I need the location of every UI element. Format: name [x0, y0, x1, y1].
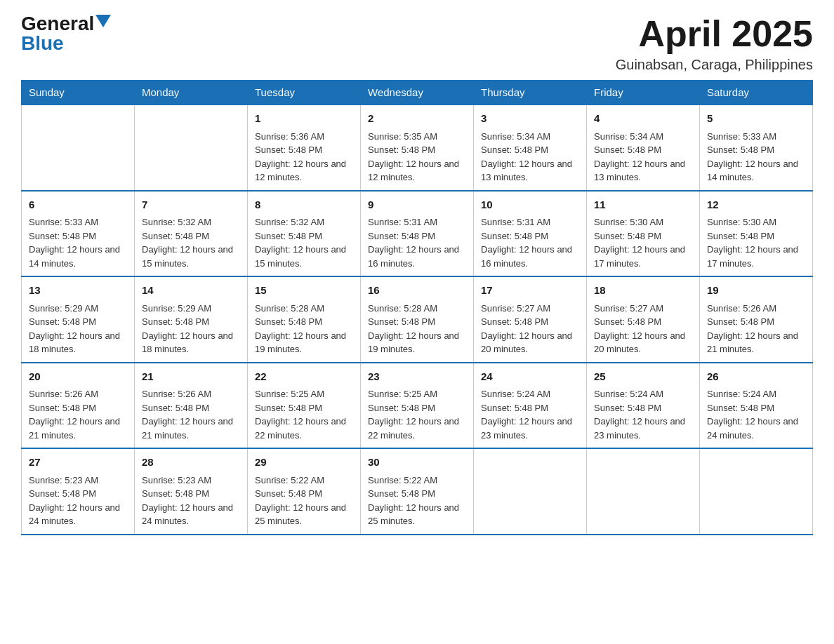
day-number: 30 — [368, 455, 466, 471]
calendar-cell: 27Sunrise: 5:23 AMSunset: 5:48 PMDayligh… — [22, 448, 135, 535]
calendar-cell: 1Sunrise: 5:36 AMSunset: 5:48 PMDaylight… — [248, 105, 361, 191]
title-area: April 2025 Guinabsan, Caraga, Philippine… — [616, 14, 813, 73]
day-detail: Sunrise: 5:29 AMSunset: 5:48 PMDaylight:… — [29, 302, 127, 356]
day-number: 5 — [707, 111, 805, 127]
day-detail: Sunrise: 5:23 AMSunset: 5:48 PMDaylight:… — [29, 474, 127, 528]
col-wednesday: Wednesday — [361, 81, 474, 105]
calendar-cell: 12Sunrise: 5:30 AMSunset: 5:48 PMDayligh… — [700, 191, 813, 277]
calendar-cell: 8Sunrise: 5:32 AMSunset: 5:48 PMDaylight… — [248, 191, 361, 277]
calendar-cell: 28Sunrise: 5:23 AMSunset: 5:48 PMDayligh… — [135, 448, 248, 535]
calendar-cell: 21Sunrise: 5:26 AMSunset: 5:48 PMDayligh… — [135, 363, 248, 449]
calendar-cell: 23Sunrise: 5:25 AMSunset: 5:48 PMDayligh… — [361, 363, 474, 449]
calendar-cell: 7Sunrise: 5:32 AMSunset: 5:48 PMDaylight… — [135, 191, 248, 277]
week-row-2: 6Sunrise: 5:33 AMSunset: 5:48 PMDaylight… — [22, 191, 813, 277]
day-detail: Sunrise: 5:27 AMSunset: 5:48 PMDaylight:… — [594, 302, 692, 356]
day-detail: Sunrise: 5:35 AMSunset: 5:48 PMDaylight:… — [368, 130, 466, 185]
day-detail: Sunrise: 5:28 AMSunset: 5:48 PMDaylight:… — [255, 302, 353, 356]
day-number: 21 — [142, 369, 240, 385]
day-number: 24 — [481, 369, 579, 385]
day-number: 28 — [142, 455, 240, 471]
logo-general-text: General — [21, 14, 94, 34]
day-detail: Sunrise: 5:25 AMSunset: 5:48 PMDaylight:… — [255, 387, 353, 442]
calendar-cell: 3Sunrise: 5:34 AMSunset: 5:48 PMDaylight… — [474, 105, 587, 191]
day-number: 4 — [594, 111, 692, 127]
week-row-4: 20Sunrise: 5:26 AMSunset: 5:48 PMDayligh… — [22, 363, 813, 449]
col-friday: Friday — [587, 81, 700, 105]
day-detail: Sunrise: 5:25 AMSunset: 5:48 PMDaylight:… — [368, 387, 466, 442]
day-detail: Sunrise: 5:30 AMSunset: 5:48 PMDaylight:… — [707, 215, 805, 270]
day-number: 1 — [255, 111, 353, 127]
day-detail: Sunrise: 5:34 AMSunset: 5:48 PMDaylight:… — [481, 130, 579, 185]
day-number: 16 — [368, 283, 466, 299]
calendar-cell: 9Sunrise: 5:31 AMSunset: 5:48 PMDaylight… — [361, 191, 474, 277]
week-row-5: 27Sunrise: 5:23 AMSunset: 5:48 PMDayligh… — [22, 448, 813, 535]
calendar-cell: 26Sunrise: 5:24 AMSunset: 5:48 PMDayligh… — [700, 363, 813, 449]
calendar-cell: 10Sunrise: 5:31 AMSunset: 5:48 PMDayligh… — [474, 191, 587, 277]
calendar-table: Sunday Monday Tuesday Wednesday Thursday… — [21, 80, 813, 535]
day-number: 26 — [707, 369, 805, 385]
calendar-cell: 4Sunrise: 5:34 AMSunset: 5:48 PMDaylight… — [587, 105, 700, 191]
day-number: 27 — [29, 455, 127, 471]
col-monday: Monday — [135, 81, 248, 105]
calendar-cell — [22, 105, 135, 191]
day-number: 20 — [29, 369, 127, 385]
day-detail: Sunrise: 5:23 AMSunset: 5:48 PMDaylight:… — [142, 474, 240, 528]
logo-triangle-icon — [95, 15, 111, 27]
day-number: 15 — [255, 283, 353, 299]
calendar-cell: 5Sunrise: 5:33 AMSunset: 5:48 PMDaylight… — [700, 105, 813, 191]
day-detail: Sunrise: 5:27 AMSunset: 5:48 PMDaylight:… — [481, 302, 579, 356]
location-subtitle: Guinabsan, Caraga, Philippines — [616, 57, 813, 73]
calendar-cell: 20Sunrise: 5:26 AMSunset: 5:48 PMDayligh… — [22, 363, 135, 449]
calendar-cell: 18Sunrise: 5:27 AMSunset: 5:48 PMDayligh… — [587, 276, 700, 363]
calendar-cell: 6Sunrise: 5:33 AMSunset: 5:48 PMDaylight… — [22, 191, 135, 277]
day-detail: Sunrise: 5:22 AMSunset: 5:48 PMDaylight:… — [368, 474, 466, 528]
day-detail: Sunrise: 5:33 AMSunset: 5:48 PMDaylight:… — [707, 130, 805, 185]
calendar-cell: 22Sunrise: 5:25 AMSunset: 5:48 PMDayligh… — [248, 363, 361, 449]
day-number: 22 — [255, 369, 353, 385]
day-detail: Sunrise: 5:28 AMSunset: 5:48 PMDaylight:… — [368, 302, 466, 356]
calendar-cell: 29Sunrise: 5:22 AMSunset: 5:48 PMDayligh… — [248, 448, 361, 535]
day-detail: Sunrise: 5:29 AMSunset: 5:48 PMDaylight:… — [142, 302, 240, 356]
logo: General Blue — [21, 14, 111, 53]
day-number: 25 — [594, 369, 692, 385]
day-number: 18 — [594, 283, 692, 299]
day-number: 7 — [142, 197, 240, 213]
day-detail: Sunrise: 5:34 AMSunset: 5:48 PMDaylight:… — [594, 130, 692, 185]
day-detail: Sunrise: 5:26 AMSunset: 5:48 PMDaylight:… — [142, 387, 240, 442]
calendar-cell — [474, 448, 587, 535]
calendar-cell: 13Sunrise: 5:29 AMSunset: 5:48 PMDayligh… — [22, 276, 135, 363]
col-sunday: Sunday — [22, 81, 135, 105]
calendar-cell: 15Sunrise: 5:28 AMSunset: 5:48 PMDayligh… — [248, 276, 361, 363]
day-detail: Sunrise: 5:30 AMSunset: 5:48 PMDaylight:… — [594, 215, 692, 270]
week-row-3: 13Sunrise: 5:29 AMSunset: 5:48 PMDayligh… — [22, 276, 813, 363]
calendar-cell: 16Sunrise: 5:28 AMSunset: 5:48 PMDayligh… — [361, 276, 474, 363]
calendar-cell: 30Sunrise: 5:22 AMSunset: 5:48 PMDayligh… — [361, 448, 474, 535]
day-detail: Sunrise: 5:32 AMSunset: 5:48 PMDaylight:… — [255, 215, 353, 270]
day-number: 14 — [142, 283, 240, 299]
header: General Blue April 2025 Guinabsan, Carag… — [21, 14, 813, 73]
day-detail: Sunrise: 5:32 AMSunset: 5:48 PMDaylight:… — [142, 215, 240, 270]
week-row-1: 1Sunrise: 5:36 AMSunset: 5:48 PMDaylight… — [22, 105, 813, 191]
day-number: 8 — [255, 197, 353, 213]
day-detail: Sunrise: 5:36 AMSunset: 5:48 PMDaylight:… — [255, 130, 353, 185]
day-detail: Sunrise: 5:24 AMSunset: 5:48 PMDaylight:… — [594, 387, 692, 442]
day-detail: Sunrise: 5:26 AMSunset: 5:48 PMDaylight:… — [707, 302, 805, 356]
day-detail: Sunrise: 5:33 AMSunset: 5:48 PMDaylight:… — [29, 215, 127, 270]
calendar-cell: 24Sunrise: 5:24 AMSunset: 5:48 PMDayligh… — [474, 363, 587, 449]
calendar-cell — [135, 105, 248, 191]
day-detail: Sunrise: 5:31 AMSunset: 5:48 PMDaylight:… — [481, 215, 579, 270]
month-title: April 2025 — [616, 14, 813, 54]
day-detail: Sunrise: 5:22 AMSunset: 5:48 PMDaylight:… — [255, 474, 353, 528]
day-number: 12 — [707, 197, 805, 213]
svg-marker-0 — [95, 15, 111, 27]
col-saturday: Saturday — [700, 81, 813, 105]
day-number: 17 — [481, 283, 579, 299]
logo-blue-text: Blue — [21, 34, 64, 53]
calendar-cell: 2Sunrise: 5:35 AMSunset: 5:48 PMDaylight… — [361, 105, 474, 191]
day-detail: Sunrise: 5:26 AMSunset: 5:48 PMDaylight:… — [29, 387, 127, 442]
day-number: 13 — [29, 283, 127, 299]
day-detail: Sunrise: 5:31 AMSunset: 5:48 PMDaylight:… — [368, 215, 466, 270]
day-detail: Sunrise: 5:24 AMSunset: 5:48 PMDaylight:… — [707, 387, 805, 442]
day-number: 9 — [368, 197, 466, 213]
day-number: 6 — [29, 197, 127, 213]
